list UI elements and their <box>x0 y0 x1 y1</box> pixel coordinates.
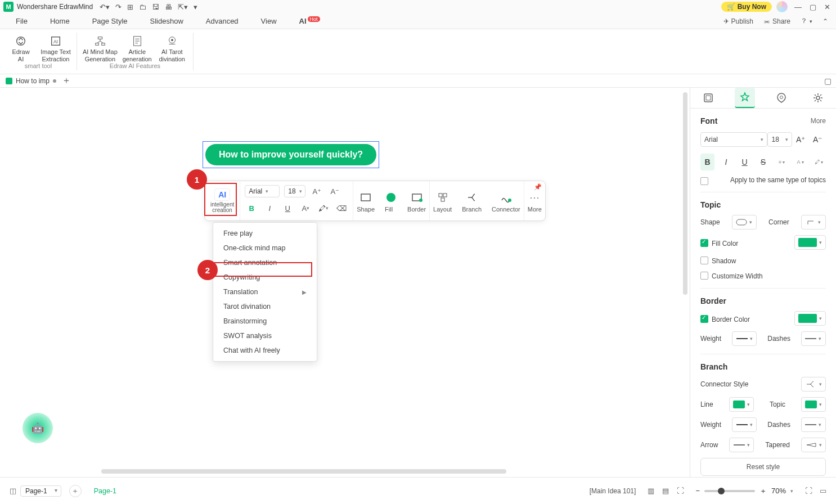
share-button[interactable]: ⫘Share <box>763 17 790 25</box>
menu-home[interactable]: Home <box>50 17 70 25</box>
ai-item-freeplay[interactable]: Free play <box>213 226 317 241</box>
font-color-button[interactable]: A▾ <box>299 201 312 215</box>
edraw-ai-button[interactable]: EdrawAI <box>6 35 36 62</box>
document-tab[interactable]: How to imp <box>6 77 56 85</box>
menu-ai[interactable]: AIHot <box>299 17 320 25</box>
connector-button[interactable]: Connector <box>488 186 524 216</box>
border-button[interactable]: Border <box>404 186 429 216</box>
fillcolor-checkbox[interactable] <box>700 239 708 247</box>
font-family-select[interactable]: Arial▾ <box>700 132 767 147</box>
font-select[interactable]: Arial▾ <box>245 185 280 197</box>
align-panel[interactable]: ≡ <box>775 154 789 170</box>
branch-dashes-select[interactable]: ▾ <box>801 417 826 432</box>
buy-now-button[interactable]: 🛒 Buy Now <box>721 2 772 12</box>
ai-item-brainstorming[interactable]: Brainstorming <box>213 314 317 328</box>
clear-format-button[interactable]: ⌫ <box>335 201 348 215</box>
active-page-tab[interactable]: Page-1 <box>94 487 116 495</box>
decrease-font-panel[interactable]: A⁻ <box>809 131 826 148</box>
customwidth-checkbox[interactable] <box>700 272 708 280</box>
weight-select[interactable]: ▾ <box>732 331 757 346</box>
font-size-select[interactable]: 18▾ <box>284 185 305 197</box>
shape-button[interactable]: Shape <box>353 186 378 216</box>
arrow-select[interactable]: ▾ <box>729 438 754 452</box>
maximize-icon[interactable]: ▢ <box>810 3 816 11</box>
ai-item-oneclick[interactable]: One-click mind map <box>213 241 317 255</box>
bordercolor-picker[interactable]: ▾ <box>794 311 826 326</box>
font-more-link[interactable]: More <box>811 117 826 125</box>
decrease-font-icon[interactable]: A⁻ <box>328 184 341 198</box>
minimize-icon[interactable]: — <box>794 3 802 11</box>
panel-tab-2-style[interactable] <box>735 88 755 108</box>
panel-tab-4[interactable] <box>808 88 828 108</box>
menu-file[interactable]: File <box>16 17 28 25</box>
horizontal-scrollbar[interactable] <box>101 469 506 474</box>
ai-mindmap-button[interactable]: AI Mind MapGeneration <box>83 35 118 62</box>
print-icon[interactable]: 🖶 <box>165 3 172 11</box>
image-text-extraction-button[interactable]: AI Image TextExtraction <box>41 35 71 62</box>
connstyle-select[interactable]: ▾ <box>801 377 826 392</box>
zoom-slider[interactable] <box>704 490 755 492</box>
collapse-ribbon-icon[interactable]: ⌃ <box>822 17 828 25</box>
add-tab-button[interactable]: ＋ <box>62 75 71 87</box>
menu-view[interactable]: View <box>261 17 277 25</box>
ai-creation-button[interactable]: AI intelligentcreation <box>205 181 240 220</box>
menu-slideshow[interactable]: Slideshow <box>150 17 183 25</box>
ai-item-translation[interactable]: Translation▶ <box>213 285 317 299</box>
fontcolor-panel[interactable]: A <box>793 154 807 170</box>
highlight-panel[interactable]: 🖍 <box>812 154 826 170</box>
apply-same-checkbox[interactable] <box>700 177 708 185</box>
qat-overflow-icon[interactable]: ▾ <box>194 3 197 11</box>
increase-font-icon[interactable]: A⁺ <box>310 184 323 198</box>
close-icon[interactable]: ✕ <box>824 3 830 11</box>
ai-fab-button[interactable]: 🤖 <box>23 413 53 443</box>
save-icon[interactable]: 🖫 <box>152 3 159 11</box>
fillcolor-picker[interactable]: ▾ <box>794 235 826 250</box>
zoom-out-button[interactable]: − <box>695 487 700 495</box>
ai-item-tarot[interactable]: Tarot divination <box>213 299 317 314</box>
topic-color[interactable]: ▾ <box>801 397 826 412</box>
ai-item-copywriting[interactable]: Copywriting <box>213 270 317 285</box>
dashes-select[interactable]: ▾ <box>801 331 826 346</box>
undo-icon[interactable]: ↶▾ <box>100 3 110 11</box>
shape-select[interactable]: ▾ <box>732 215 757 230</box>
increase-font-panel[interactable]: A⁺ <box>792 131 809 148</box>
strike-panel[interactable]: S <box>756 154 770 170</box>
bold-button[interactable]: B <box>245 201 258 215</box>
present-icon[interactable]: ▭ <box>818 486 828 496</box>
user-avatar[interactable] <box>776 1 788 12</box>
panel-tab-1[interactable] <box>698 88 718 108</box>
publish-button[interactable]: ✈Publish <box>723 17 753 25</box>
article-generation-button[interactable]: Articlegeneration <box>122 35 152 62</box>
fit-screen-icon[interactable]: ⛶ <box>803 486 813 496</box>
underline-button[interactable]: U <box>281 201 294 215</box>
vertical-scrollbar[interactable] <box>683 92 687 295</box>
canvas[interactable]: How to improve yourself quickly? 1 2 📌 A… <box>0 88 690 477</box>
status-icon-3[interactable]: ⛶ <box>675 486 685 496</box>
layout-button[interactable]: Layout <box>430 186 455 216</box>
status-icon-1[interactable]: ▥ <box>646 486 656 496</box>
main-topic[interactable]: How to improve yourself quickly? <box>203 141 379 168</box>
fill-button[interactable]: Fill <box>381 186 401 216</box>
bordercolor-checkbox[interactable] <box>700 315 708 323</box>
menu-pagestyle[interactable]: Page Style <box>92 17 128 25</box>
new-icon[interactable]: ⊞ <box>127 3 133 11</box>
outline-toggle-icon[interactable]: ◫ <box>8 486 18 496</box>
highlight-button[interactable]: 🖍▾ <box>317 201 330 215</box>
status-icon-2[interactable]: ▤ <box>660 486 671 496</box>
underline-panel[interactable]: U <box>738 154 752 170</box>
redo-icon[interactable]: ↷ <box>115 3 122 11</box>
branch-weight-select[interactable]: ▾ <box>732 417 757 432</box>
corner-select[interactable]: ▾ <box>801 215 826 230</box>
zoom-in-button[interactable]: ＋ <box>759 486 767 496</box>
line-color[interactable]: ▾ <box>729 397 754 412</box>
ai-item-chat[interactable]: Chat with AI freely <box>213 343 317 358</box>
reset-style-button[interactable]: Reset style <box>700 458 826 476</box>
export-icon[interactable]: ⇱▾ <box>178 3 188 11</box>
italic-button[interactable]: I <box>263 201 276 215</box>
tab-right-icon[interactable]: ▢ <box>824 76 831 86</box>
add-page-button[interactable]: ＋ <box>69 485 82 497</box>
shadow-checkbox[interactable] <box>700 256 708 264</box>
ai-item-smartannotation[interactable]: Smart annotation <box>213 255 317 270</box>
bold-panel[interactable]: B <box>700 154 714 170</box>
menu-advanced[interactable]: Advanced <box>206 17 239 25</box>
